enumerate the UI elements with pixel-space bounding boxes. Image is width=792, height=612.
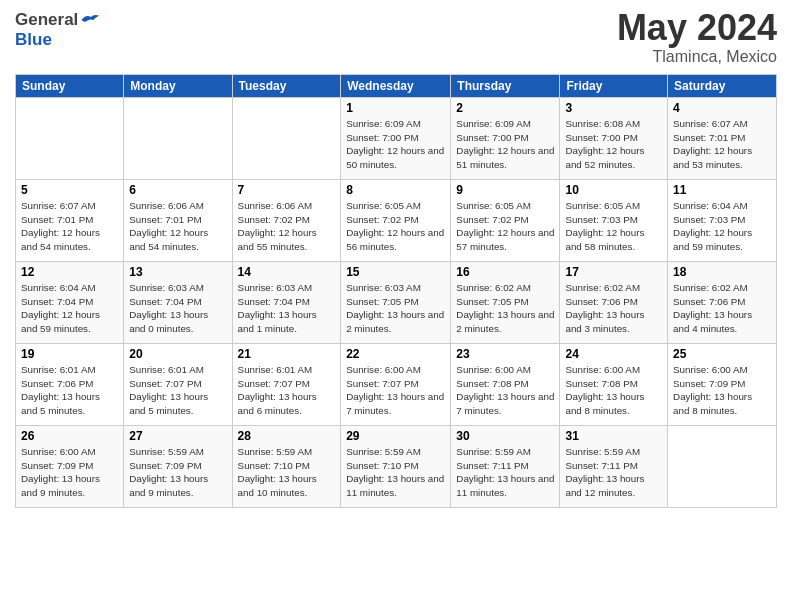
table-row: 15 Sunrise: 6:03 AM Sunset: 7:05 PM Dayl…: [341, 262, 451, 344]
day-info: Sunrise: 5:59 AM Sunset: 7:11 PM Dayligh…: [565, 445, 662, 500]
day-info: Sunrise: 6:01 AM Sunset: 7:07 PM Dayligh…: [129, 363, 226, 418]
day-number: 18: [673, 265, 771, 279]
col-friday: Friday: [560, 75, 668, 98]
day-info: Sunrise: 6:06 AM Sunset: 7:01 PM Dayligh…: [129, 199, 226, 254]
table-row: 2 Sunrise: 6:09 AM Sunset: 7:00 PM Dayli…: [451, 98, 560, 180]
table-row: 18 Sunrise: 6:02 AM Sunset: 7:06 PM Dayl…: [668, 262, 777, 344]
title-block: May 2024 Tlaminca, Mexico: [617, 10, 777, 66]
calendar-week-row: 19 Sunrise: 6:01 AM Sunset: 7:06 PM Dayl…: [16, 344, 777, 426]
day-number: 13: [129, 265, 226, 279]
day-number: 26: [21, 429, 118, 443]
calendar-week-row: 26 Sunrise: 6:00 AM Sunset: 7:09 PM Dayl…: [16, 426, 777, 508]
table-row: 20 Sunrise: 6:01 AM Sunset: 7:07 PM Dayl…: [124, 344, 232, 426]
day-number: 14: [238, 265, 336, 279]
day-number: 17: [565, 265, 662, 279]
day-info: Sunrise: 6:00 AM Sunset: 7:08 PM Dayligh…: [456, 363, 554, 418]
day-info: Sunrise: 6:08 AM Sunset: 7:00 PM Dayligh…: [565, 117, 662, 172]
calendar-title: May 2024: [617, 10, 777, 46]
table-row: 16 Sunrise: 6:02 AM Sunset: 7:05 PM Dayl…: [451, 262, 560, 344]
day-number: 11: [673, 183, 771, 197]
table-row: 9 Sunrise: 6:05 AM Sunset: 7:02 PM Dayli…: [451, 180, 560, 262]
table-row: [668, 426, 777, 508]
day-info: Sunrise: 6:02 AM Sunset: 7:06 PM Dayligh…: [673, 281, 771, 336]
calendar-week-row: 1 Sunrise: 6:09 AM Sunset: 7:00 PM Dayli…: [16, 98, 777, 180]
day-info: Sunrise: 6:06 AM Sunset: 7:02 PM Dayligh…: [238, 199, 336, 254]
day-info: Sunrise: 5:59 AM Sunset: 7:10 PM Dayligh…: [346, 445, 445, 500]
day-info: Sunrise: 6:02 AM Sunset: 7:06 PM Dayligh…: [565, 281, 662, 336]
logo: General Blue: [15, 10, 102, 50]
day-info: Sunrise: 6:07 AM Sunset: 7:01 PM Dayligh…: [673, 117, 771, 172]
logo-general: General: [15, 10, 78, 30]
table-row: 6 Sunrise: 6:06 AM Sunset: 7:01 PM Dayli…: [124, 180, 232, 262]
day-number: 6: [129, 183, 226, 197]
table-row: [16, 98, 124, 180]
calendar-location: Tlaminca, Mexico: [617, 48, 777, 66]
day-number: 22: [346, 347, 445, 361]
day-number: 15: [346, 265, 445, 279]
day-info: Sunrise: 5:59 AM Sunset: 7:10 PM Dayligh…: [238, 445, 336, 500]
table-row: 4 Sunrise: 6:07 AM Sunset: 7:01 PM Dayli…: [668, 98, 777, 180]
day-info: Sunrise: 5:59 AM Sunset: 7:09 PM Dayligh…: [129, 445, 226, 500]
day-info: Sunrise: 6:04 AM Sunset: 7:03 PM Dayligh…: [673, 199, 771, 254]
day-number: 30: [456, 429, 554, 443]
day-number: 3: [565, 101, 662, 115]
day-info: Sunrise: 5:59 AM Sunset: 7:11 PM Dayligh…: [456, 445, 554, 500]
day-number: 16: [456, 265, 554, 279]
day-number: 7: [238, 183, 336, 197]
col-monday: Monday: [124, 75, 232, 98]
day-info: Sunrise: 6:01 AM Sunset: 7:06 PM Dayligh…: [21, 363, 118, 418]
table-row: 19 Sunrise: 6:01 AM Sunset: 7:06 PM Dayl…: [16, 344, 124, 426]
header: General Blue May 2024 Tlaminca, Mexico: [15, 10, 777, 66]
table-row: 21 Sunrise: 6:01 AM Sunset: 7:07 PM Dayl…: [232, 344, 341, 426]
col-sunday: Sunday: [16, 75, 124, 98]
col-saturday: Saturday: [668, 75, 777, 98]
day-info: Sunrise: 6:05 AM Sunset: 7:02 PM Dayligh…: [346, 199, 445, 254]
day-number: 28: [238, 429, 336, 443]
day-number: 5: [21, 183, 118, 197]
day-number: 23: [456, 347, 554, 361]
table-row: 17 Sunrise: 6:02 AM Sunset: 7:06 PM Dayl…: [560, 262, 668, 344]
table-row: 27 Sunrise: 5:59 AM Sunset: 7:09 PM Dayl…: [124, 426, 232, 508]
table-row: 7 Sunrise: 6:06 AM Sunset: 7:02 PM Dayli…: [232, 180, 341, 262]
table-row: 14 Sunrise: 6:03 AM Sunset: 7:04 PM Dayl…: [232, 262, 341, 344]
day-info: Sunrise: 6:05 AM Sunset: 7:02 PM Dayligh…: [456, 199, 554, 254]
day-info: Sunrise: 6:00 AM Sunset: 7:09 PM Dayligh…: [673, 363, 771, 418]
table-row: 29 Sunrise: 5:59 AM Sunset: 7:10 PM Dayl…: [341, 426, 451, 508]
table-row: 12 Sunrise: 6:04 AM Sunset: 7:04 PM Dayl…: [16, 262, 124, 344]
day-info: Sunrise: 6:03 AM Sunset: 7:04 PM Dayligh…: [238, 281, 336, 336]
table-row: 22 Sunrise: 6:00 AM Sunset: 7:07 PM Dayl…: [341, 344, 451, 426]
table-row: 8 Sunrise: 6:05 AM Sunset: 7:02 PM Dayli…: [341, 180, 451, 262]
table-row: 5 Sunrise: 6:07 AM Sunset: 7:01 PM Dayli…: [16, 180, 124, 262]
table-row: 1 Sunrise: 6:09 AM Sunset: 7:00 PM Dayli…: [341, 98, 451, 180]
table-row: 26 Sunrise: 6:00 AM Sunset: 7:09 PM Dayl…: [16, 426, 124, 508]
day-number: 12: [21, 265, 118, 279]
page: General Blue May 2024 Tlaminca, Mexico S…: [0, 0, 792, 612]
day-number: 29: [346, 429, 445, 443]
table-row: 31 Sunrise: 5:59 AM Sunset: 7:11 PM Dayl…: [560, 426, 668, 508]
table-row: 13 Sunrise: 6:03 AM Sunset: 7:04 PM Dayl…: [124, 262, 232, 344]
day-number: 1: [346, 101, 445, 115]
day-info: Sunrise: 6:03 AM Sunset: 7:05 PM Dayligh…: [346, 281, 445, 336]
table-row: [232, 98, 341, 180]
table-row: 11 Sunrise: 6:04 AM Sunset: 7:03 PM Dayl…: [668, 180, 777, 262]
day-number: 9: [456, 183, 554, 197]
day-info: Sunrise: 6:00 AM Sunset: 7:09 PM Dayligh…: [21, 445, 118, 500]
day-info: Sunrise: 6:07 AM Sunset: 7:01 PM Dayligh…: [21, 199, 118, 254]
table-row: 28 Sunrise: 5:59 AM Sunset: 7:10 PM Dayl…: [232, 426, 341, 508]
col-tuesday: Tuesday: [232, 75, 341, 98]
day-info: Sunrise: 6:02 AM Sunset: 7:05 PM Dayligh…: [456, 281, 554, 336]
day-info: Sunrise: 6:09 AM Sunset: 7:00 PM Dayligh…: [456, 117, 554, 172]
table-row: 23 Sunrise: 6:00 AM Sunset: 7:08 PM Dayl…: [451, 344, 560, 426]
calendar-week-row: 12 Sunrise: 6:04 AM Sunset: 7:04 PM Dayl…: [16, 262, 777, 344]
day-number: 8: [346, 183, 445, 197]
calendar-header-row: Sunday Monday Tuesday Wednesday Thursday…: [16, 75, 777, 98]
day-number: 25: [673, 347, 771, 361]
day-number: 10: [565, 183, 662, 197]
calendar-week-row: 5 Sunrise: 6:07 AM Sunset: 7:01 PM Dayli…: [16, 180, 777, 262]
day-number: 31: [565, 429, 662, 443]
day-number: 19: [21, 347, 118, 361]
col-thursday: Thursday: [451, 75, 560, 98]
day-info: Sunrise: 6:04 AM Sunset: 7:04 PM Dayligh…: [21, 281, 118, 336]
day-number: 24: [565, 347, 662, 361]
table-row: [124, 98, 232, 180]
